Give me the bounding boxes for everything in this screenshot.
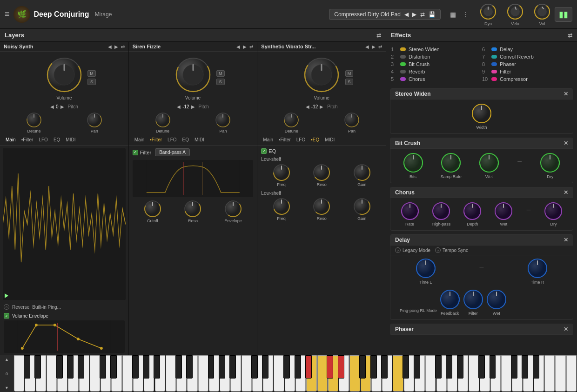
layer-3-tab-midi[interactable]: MIDI <box>322 136 337 143</box>
white-key-49[interactable] <box>544 355 555 392</box>
preset-selector[interactable]: Compressed Dirty Old Pad ◀ ▶ ⇄ 💾 <box>329 9 441 20</box>
black-key-21[interactable] <box>338 355 344 379</box>
white-key-21[interactable] <box>242 355 252 392</box>
delay-time-l-knob[interactable] <box>416 258 436 279</box>
black-key-19[interactable] <box>305 355 312 379</box>
layer-2-tab-lfo[interactable]: LFO <box>165 136 179 143</box>
layer-1-tab-filter[interactable]: •Filter <box>19 136 36 143</box>
effect-ph-close-btn[interactable]: ✕ <box>564 326 568 332</box>
black-key-20[interactable] <box>327 355 333 379</box>
white-key-10[interactable] <box>122 355 133 392</box>
ch-highpass-knob[interactable] <box>432 202 450 220</box>
black-key-10[interactable] <box>175 355 182 379</box>
black-key-24[interactable] <box>381 355 388 379</box>
layer-1-next[interactable]: ▶ <box>114 44 118 49</box>
black-key-2[interactable] <box>56 355 63 379</box>
white-key-0[interactable] <box>14 355 24 392</box>
piano-down-btn[interactable]: ▼ <box>5 385 9 390</box>
ch-depth-knob[interactable] <box>463 202 482 220</box>
layer-2-filter-type-btn[interactable]: Band-pass A <box>155 148 190 156</box>
layer-1-reverse-toggle[interactable]: ○ <box>4 304 9 310</box>
layer-1-tab-eq[interactable]: EQ <box>51 136 63 143</box>
layer-1-menu[interactable]: ⇄ <box>121 44 125 49</box>
layer-1-prev[interactable]: ◀ <box>108 44 112 49</box>
white-key-42[interactable] <box>469 355 479 392</box>
layer-2-pitch-prev[interactable]: ◀ <box>177 104 181 109</box>
layer-2-filter-toggle[interactable]: ✓ <box>133 150 138 155</box>
layer-1-detune-knob[interactable] <box>26 112 42 128</box>
layer-3-prev[interactable]: ◀ <box>365 44 369 49</box>
white-key-14[interactable] <box>166 355 176 392</box>
more-options-btn[interactable]: ⋮ <box>461 10 471 19</box>
delay-tempo-toggle[interactable]: ○ Tempo Sync <box>435 247 468 253</box>
layer-3-freq-1-knob[interactable] <box>273 164 290 181</box>
black-key-33[interactable] <box>522 355 528 379</box>
layer-3-detune-knob[interactable] <box>283 112 299 128</box>
ch-dry-knob[interactable] <box>544 202 563 220</box>
layer-3-tab-main[interactable]: Main <box>260 136 276 143</box>
layer-3-pitch-prev[interactable]: ◀ <box>306 104 309 109</box>
effect-item-7[interactable]: 7 Convol Reverb <box>482 53 572 60</box>
white-key-38[interactable] <box>425 355 436 392</box>
shuffle-preset-btn[interactable]: ⇄ <box>420 11 425 18</box>
delay-time-r-knob[interactable] <box>527 258 548 279</box>
black-key-27[interactable] <box>435 355 442 379</box>
black-key-26[interactable] <box>414 355 420 379</box>
layer-2-volume-knob[interactable] <box>174 56 212 93</box>
layer-2-prev[interactable]: ◀ <box>236 44 240 49</box>
piano-up-btn[interactable]: ▲ <box>5 357 9 362</box>
black-key-30[interactable] <box>478 355 485 379</box>
layer-3-volume-knob[interactable] <box>303 56 340 93</box>
layer-2-reso-knob[interactable] <box>184 200 201 218</box>
effect-item-1[interactable]: 1 Stereo Widen <box>391 46 481 53</box>
white-key-31[interactable] <box>349 355 360 392</box>
delay-filter-knob[interactable] <box>463 289 483 310</box>
layer-1-pitch-prev[interactable]: ◀ <box>50 104 54 109</box>
dyn-knob[interactable] <box>479 3 497 20</box>
black-key-28[interactable] <box>446 355 452 379</box>
white-key-51[interactable] <box>566 355 577 392</box>
black-key-32[interactable] <box>511 355 517 379</box>
velo-knob[interactable] <box>506 3 524 20</box>
black-key-3[interactable] <box>67 355 74 379</box>
layer-1-tab-main[interactable]: Main <box>3 136 19 143</box>
effect-item-6[interactable]: 6 Delay <box>482 46 572 53</box>
layer-1-play-btn[interactable] <box>5 293 8 298</box>
delay-legacy-toggle[interactable]: ○ Legacy Mode <box>395 247 430 253</box>
black-key-7[interactable] <box>132 355 139 379</box>
black-key-17[interactable] <box>283 355 290 379</box>
effect-item-3[interactable]: 3 Bit Crush <box>391 60 481 68</box>
layer-2-tab-midi[interactable]: MIDI <box>192 136 207 143</box>
layer-2-tab-eq[interactable]: EQ <box>180 136 192 143</box>
black-key-9[interactable] <box>154 355 160 379</box>
effect-item-4[interactable]: 4 Reverb <box>391 68 481 75</box>
effect-bc-close-btn[interactable]: ✕ <box>564 140 568 146</box>
white-key-17[interactable] <box>198 355 208 392</box>
layer-3-reso-1-knob[interactable] <box>313 164 330 181</box>
black-key-31[interactable] <box>490 355 496 379</box>
white-key-45[interactable] <box>501 355 511 392</box>
prev-preset-btn[interactable]: ◀ <box>404 11 409 18</box>
play-button[interactable]: ▮▮ <box>555 7 572 22</box>
layer-2-detune-knob[interactable] <box>155 112 171 128</box>
black-key-0[interactable] <box>24 355 30 379</box>
black-key-13[interactable] <box>219 355 225 379</box>
black-key-12[interactable] <box>208 355 215 379</box>
bc-samp-knob[interactable] <box>441 153 461 173</box>
layer-2-solo-btn[interactable]: S <box>216 79 225 85</box>
effect-item-8[interactable]: 8 Phaser <box>482 60 572 68</box>
effect-dl-close-btn[interactable]: ✕ <box>564 237 568 243</box>
black-key-25[interactable] <box>403 355 409 379</box>
layer-3-gain-1-knob[interactable] <box>353 164 371 181</box>
black-key-4[interactable] <box>78 355 84 379</box>
layer-2-mute-btn[interactable]: M <box>216 70 225 77</box>
layer-2-tab-main[interactable]: Main <box>132 136 148 143</box>
white-key-28[interactable] <box>317 355 328 392</box>
effect-item-10[interactable]: 10 Compressor <box>482 75 572 83</box>
save-preset-btn[interactable]: 💾 <box>429 11 436 18</box>
layer-3-reso-2-knob[interactable] <box>313 198 330 215</box>
layer-3-pan-knob[interactable] <box>344 112 360 128</box>
layer-3-tab-eq[interactable]: •EQ <box>308 136 322 143</box>
black-key-8[interactable] <box>143 355 149 379</box>
layer-3-next[interactable]: ▶ <box>372 44 376 49</box>
